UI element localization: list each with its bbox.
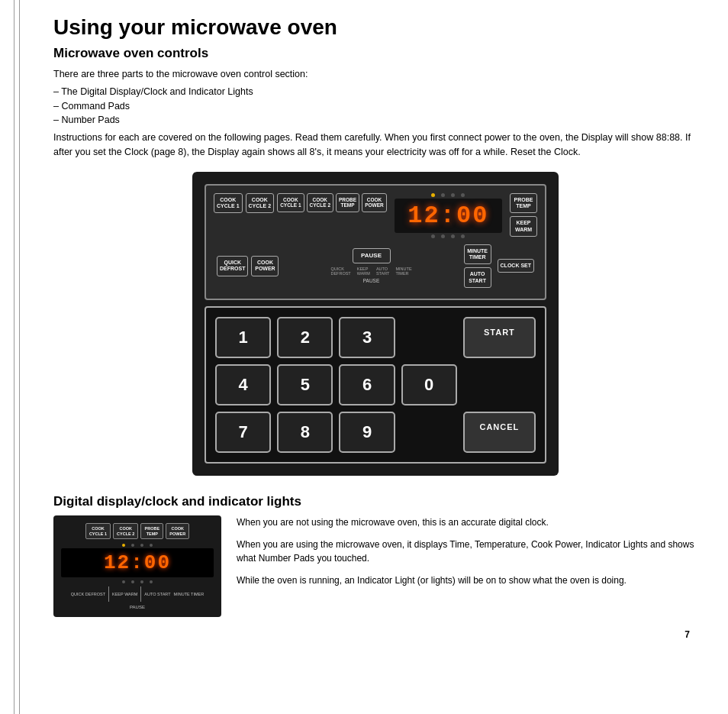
desc-para-3: While the oven is running, an Indicator … bbox=[237, 573, 697, 588]
intro-para-3: Instructions for each are covered on the… bbox=[53, 131, 697, 160]
pause-sub-label: PAUSE bbox=[363, 278, 380, 283]
page-margin-lines bbox=[14, 0, 20, 714]
description-text: When you are not using the microwave ove… bbox=[237, 515, 697, 595]
sm-pause-label: PAUSE bbox=[61, 605, 214, 609]
sm-label-auto: AUTO START bbox=[144, 592, 170, 596]
small-clock-display: 12:00 bbox=[61, 548, 214, 577]
numpad-empty-2 bbox=[463, 364, 536, 405]
bottom-label-keep: KEEPWARM bbox=[357, 267, 370, 276]
numpad-empty-3 bbox=[401, 412, 457, 453]
sm-label-keep: KEEP WARM bbox=[112, 592, 137, 596]
dot-b2 bbox=[441, 234, 445, 238]
sm-dot-4 bbox=[150, 544, 153, 547]
num-3-btn[interactable]: 3 bbox=[339, 317, 395, 358]
bottom-label-quick: QUICKDEFROST bbox=[330, 267, 350, 276]
desc-para-2: When you are using the microwave oven, i… bbox=[237, 538, 697, 566]
bottom-label-auto: AUTOSTART bbox=[376, 267, 390, 276]
numpad-section: 1 2 3 START 4 5 6 0 7 8 bbox=[205, 306, 546, 464]
sm-dot-b4 bbox=[150, 580, 153, 583]
intro-para-2: – The Digital Display/Clock and Indicato… bbox=[53, 85, 697, 128]
dot-b1 bbox=[431, 234, 435, 238]
minute-timer-btn[interactable]: MINUTETIMER bbox=[464, 244, 491, 265]
cook-power-btn[interactable]: COOKPOWER bbox=[251, 256, 279, 276]
intro-para-1: There are three parts to the microwave o… bbox=[53, 67, 697, 82]
bottom-label-minute: MINUTETIMER bbox=[395, 267, 411, 276]
dot-b4 bbox=[461, 234, 465, 238]
auto-start-btn[interactable]: AUTOSTART bbox=[464, 267, 491, 288]
small-top-row: COOKCYCLE 1 COOKCYCLE 2 PROBETEMP COOKPO… bbox=[61, 523, 214, 539]
num-4-btn[interactable]: 4 bbox=[215, 364, 271, 405]
cook-power-sm-btn[interactable]: COOKPOWER bbox=[362, 193, 387, 213]
numpad-empty-1 bbox=[401, 317, 457, 358]
small-panel: COOKCYCLE 1 COOKCYCLE 2 PROBETEMP COOKPO… bbox=[53, 515, 221, 617]
cancel-btn[interactable]: CANCEL bbox=[463, 412, 536, 453]
dot-b3 bbox=[451, 234, 455, 238]
top-row: COOKCYCLE 1 COOKCYCLE 2 COOKCYCLE 1 COOK… bbox=[214, 193, 537, 238]
keep-warm-btn[interactable]: KEEPWARM bbox=[510, 216, 537, 237]
sm-probe-temp-btn[interactable]: PROBETEMP bbox=[140, 523, 163, 539]
divider-2 bbox=[140, 586, 141, 602]
sm-dot-b3 bbox=[140, 580, 143, 583]
microwave-panel: COOKCYCLE 1 COOKCYCLE 2 COOKCYCLE 1 COOK… bbox=[192, 172, 559, 477]
pause-area: PAUSE QUICKDEFROST KEEPWARM AUTOSTART MI… bbox=[330, 248, 411, 283]
page-number: 7 bbox=[53, 629, 697, 640]
clock-display: 12:00 bbox=[395, 199, 502, 233]
sm-dot-2 bbox=[131, 544, 134, 547]
num-9-btn[interactable]: 9 bbox=[339, 412, 395, 453]
intro-block: There are three parts to the microwave o… bbox=[53, 67, 697, 160]
page-title: Using your microwave oven bbox=[53, 15, 697, 40]
num-7-btn[interactable]: 7 bbox=[215, 412, 271, 453]
divider-1 bbox=[108, 586, 109, 602]
sm-dot-b2 bbox=[131, 580, 134, 583]
indicator-dots-bottom bbox=[395, 234, 502, 238]
num-2-btn[interactable]: 2 bbox=[277, 317, 333, 358]
pause-btn[interactable]: PAUSE bbox=[353, 248, 391, 263]
small-bottom-row: QUICK DEFROST KEEP WARM AUTO START MINUT… bbox=[61, 586, 214, 602]
right-btns-row2: MINUTETIMER AUTOSTART bbox=[464, 244, 491, 289]
sm-label-quick: QUICK DEFROST bbox=[71, 592, 105, 596]
sm-dot-3 bbox=[140, 544, 143, 547]
cook-cycle2-sm-btn[interactable]: COOKCYCLE 2 bbox=[307, 193, 333, 213]
num-6-btn[interactable]: 6 bbox=[339, 364, 395, 405]
sm-cook-power-btn[interactable]: COOKPOWER bbox=[166, 523, 189, 539]
section-subtitle: Microwave oven controls bbox=[53, 46, 697, 61]
probe-temp-btn[interactable]: PROBETEMP bbox=[510, 193, 537, 214]
cook-cycle2-btn[interactable]: COOKCYCLE 2 bbox=[246, 193, 275, 214]
num-1-btn[interactable]: 1 bbox=[215, 317, 271, 358]
num-5-btn[interactable]: 5 bbox=[277, 364, 333, 405]
dot-2 bbox=[441, 193, 445, 197]
dot-3 bbox=[451, 193, 455, 197]
cook-cycle1-sm-btn[interactable]: COOKCYCLE 1 bbox=[277, 193, 304, 213]
indicator-dots-top bbox=[395, 193, 502, 197]
display-area: 12:00 bbox=[390, 193, 507, 238]
cook-cycle1-btn[interactable]: COOKCYCLE 1 bbox=[214, 193, 243, 214]
sm-cook-cycle2-btn[interactable]: COOKCYCLE 2 bbox=[113, 523, 138, 539]
right-btns-row1: PROBETEMP KEEPWARM bbox=[510, 193, 537, 237]
top-controls: COOKCYCLE 1 COOKCYCLE 2 COOKCYCLE 1 COOK… bbox=[205, 184, 546, 301]
small-dots-bottom bbox=[61, 580, 214, 583]
quick-defrost-btn[interactable]: QUICKDEFROST bbox=[217, 256, 248, 276]
clock-set-btn[interactable]: CLOCK SET bbox=[498, 259, 534, 273]
probe-temp-sm-btn[interactable]: PROBETEMP bbox=[336, 193, 359, 213]
desc-para-1: When you are not using the microwave ove… bbox=[237, 515, 697, 530]
dot-4 bbox=[461, 193, 465, 197]
small-dots-top bbox=[61, 544, 214, 547]
num-0-btn[interactable]: 0 bbox=[401, 364, 457, 405]
second-row: QUICKDEFROST COOKPOWER PAUSE QUICKDEFROS… bbox=[214, 244, 537, 289]
sm-cook-cycle1-btn[interactable]: COOKCYCLE 1 bbox=[85, 523, 111, 539]
microwave-diagram: COOKCYCLE 1 COOKCYCLE 2 COOKCYCLE 1 COOK… bbox=[53, 172, 697, 477]
section2-title: Digital display/clock and indicator ligh… bbox=[53, 494, 697, 509]
start-btn[interactable]: START bbox=[463, 317, 536, 358]
bottom-panel-layout: COOKCYCLE 1 COOKCYCLE 2 PROBETEMP COOKPO… bbox=[53, 515, 697, 617]
dot-1 bbox=[431, 193, 435, 197]
sm-label-minute: MINUTE TIMER bbox=[174, 592, 205, 596]
num-8-btn[interactable]: 8 bbox=[277, 412, 333, 453]
sm-dot-b1 bbox=[122, 580, 125, 583]
sm-dot-1 bbox=[122, 544, 125, 547]
